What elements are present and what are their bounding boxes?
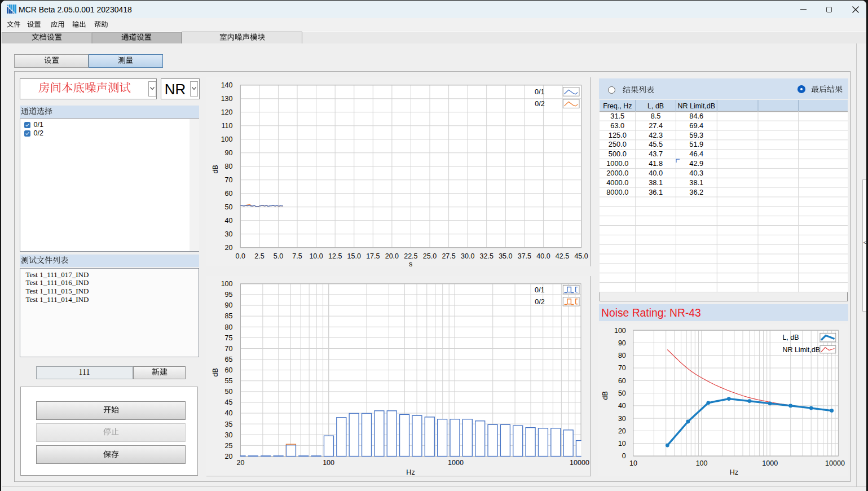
svg-text:30: 30: [225, 230, 233, 238]
svg-text:51.9: 51.9: [689, 140, 703, 148]
svg-text:25.0: 25.0: [423, 252, 437, 260]
svg-text:40: 40: [225, 217, 233, 225]
svg-text:125.0: 125.0: [608, 130, 626, 139]
svg-text:8000.0: 8000.0: [606, 187, 628, 196]
svg-text:1000.0: 1000.0: [606, 159, 628, 168]
svg-text:15.0: 15.0: [347, 252, 361, 260]
svg-text:140: 140: [221, 81, 233, 89]
svg-text:1000: 1000: [448, 459, 464, 467]
svg-text:55: 55: [225, 377, 233, 385]
svg-text:60: 60: [618, 376, 625, 384]
svg-text:0/1: 0/1: [535, 88, 544, 96]
svg-text:69.4: 69.4: [689, 121, 703, 129]
svg-text:84.6: 84.6: [689, 111, 703, 120]
svg-text:45.0: 45.0: [574, 252, 588, 260]
svg-text:17.5: 17.5: [366, 252, 380, 260]
svg-text:7.5: 7.5: [292, 252, 302, 260]
svg-text:20.0: 20.0: [385, 252, 399, 260]
svg-text:20: 20: [237, 459, 245, 467]
svg-text:27.5: 27.5: [442, 252, 455, 260]
svg-text:30: 30: [225, 431, 233, 439]
svg-text:0.0: 0.0: [236, 252, 245, 260]
svg-text:dB: dB: [212, 368, 219, 376]
svg-text:42.9: 42.9: [689, 159, 703, 168]
svg-text:0/1: 0/1: [535, 286, 544, 294]
svg-text:Freq., Hz: Freq., Hz: [603, 102, 632, 109]
svg-text:25: 25: [225, 442, 233, 450]
svg-text:36.1: 36.1: [649, 187, 663, 196]
svg-text:27.4: 27.4: [649, 121, 663, 129]
svg-text:12.5: 12.5: [328, 252, 342, 260]
svg-text:L, dB: L, dB: [647, 102, 664, 109]
svg-text:75: 75: [225, 334, 233, 342]
svg-text:10: 10: [629, 459, 637, 467]
svg-text:85: 85: [225, 312, 233, 320]
svg-text:31.5: 31.5: [610, 111, 624, 120]
svg-text:32.5: 32.5: [480, 252, 494, 260]
svg-text:65: 65: [225, 356, 233, 363]
svg-text:70: 70: [618, 364, 625, 372]
svg-text:63.0: 63.0: [610, 121, 624, 129]
svg-text:36.2: 36.2: [689, 187, 703, 196]
svg-text:70: 70: [225, 176, 233, 184]
svg-text:0/2: 0/2: [535, 298, 544, 306]
svg-text:100: 100: [695, 459, 707, 467]
svg-text:41.8: 41.8: [649, 159, 663, 168]
svg-text:42.3: 42.3: [649, 130, 663, 139]
svg-text:95: 95: [225, 291, 233, 299]
svg-text:100: 100: [221, 135, 233, 143]
svg-text:90: 90: [618, 339, 625, 347]
svg-text:20: 20: [225, 244, 233, 252]
svg-text:500.0: 500.0: [608, 150, 626, 158]
svg-text:40.0: 40.0: [649, 168, 663, 177]
svg-text:5.0: 5.0: [274, 252, 283, 260]
svg-text:20: 20: [225, 453, 233, 461]
svg-text:50: 50: [225, 388, 233, 396]
svg-text:0/2: 0/2: [535, 100, 544, 108]
svg-text:45.5: 45.5: [649, 140, 663, 148]
svg-text:37.5: 37.5: [518, 252, 531, 260]
svg-text:60: 60: [225, 366, 233, 374]
svg-text:s: s: [409, 260, 412, 267]
svg-text:38.1: 38.1: [649, 178, 663, 186]
svg-text:80: 80: [225, 163, 233, 170]
svg-text:59.3: 59.3: [689, 130, 703, 139]
svg-text:dB: dB: [212, 165, 219, 173]
svg-text:130: 130: [221, 95, 233, 103]
svg-text:70: 70: [225, 345, 233, 353]
svg-text:0: 0: [622, 452, 625, 460]
svg-text:42.5: 42.5: [556, 252, 569, 260]
svg-text:L, dB: L, dB: [782, 334, 799, 341]
svg-text:250.0: 250.0: [608, 140, 626, 148]
svg-text:120: 120: [221, 108, 233, 116]
svg-text:43.7: 43.7: [649, 150, 663, 158]
svg-text:38.1: 38.1: [689, 178, 703, 186]
svg-text:2.5: 2.5: [254, 252, 264, 260]
svg-text:100: 100: [323, 459, 334, 467]
svg-text:4000.0: 4000.0: [606, 178, 628, 186]
svg-text:40: 40: [618, 402, 625, 410]
svg-text:Hz: Hz: [406, 468, 415, 476]
svg-text:10000: 10000: [570, 459, 589, 467]
svg-text:10000: 10000: [825, 459, 845, 467]
svg-text:90: 90: [225, 149, 233, 157]
svg-text:1000: 1000: [762, 459, 778, 467]
svg-text:40: 40: [225, 409, 233, 417]
svg-text:40.0: 40.0: [536, 252, 550, 260]
svg-text:20: 20: [618, 427, 625, 435]
svg-text:Hz: Hz: [729, 468, 738, 476]
svg-text:NR Limit,dB: NR Limit,dB: [782, 346, 820, 354]
svg-text:80: 80: [225, 323, 233, 331]
svg-text:100: 100: [221, 280, 233, 288]
svg-text:8.5: 8.5: [650, 111, 660, 120]
svg-text:80: 80: [618, 352, 625, 360]
svg-text:50: 50: [225, 203, 233, 211]
svg-text:110: 110: [222, 122, 233, 130]
svg-text:100: 100: [614, 326, 626, 334]
svg-text:10.0: 10.0: [309, 252, 323, 260]
svg-text:dB: dB: [601, 391, 609, 400]
svg-text:45: 45: [225, 398, 233, 406]
svg-text:46.4: 46.4: [689, 150, 703, 158]
svg-text:NR Limit,dB: NR Limit,dB: [677, 102, 715, 109]
svg-text:30.0: 30.0: [461, 252, 474, 260]
